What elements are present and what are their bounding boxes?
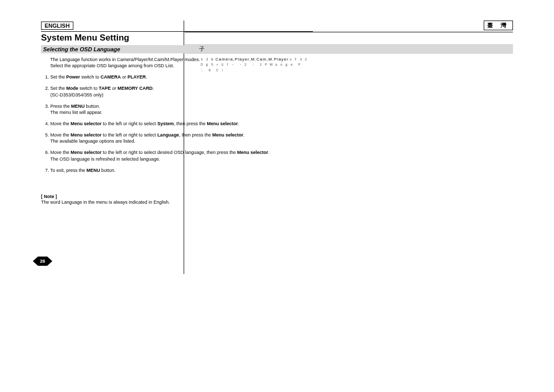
badge-arrow-right-icon xyxy=(47,257,52,266)
right-column: 臺 灣 子 ｂ３８Camera,Player,M.Cam,M.PlayerｏＦ３… xyxy=(185,21,513,371)
intro-line-1: The Language function works in Camera/Pl… xyxy=(50,57,200,62)
rule-top-right xyxy=(185,32,513,32)
manual-page: ENGLISH System Menu Setting Selecting th… xyxy=(0,0,554,392)
language-badge-english: ENGLISH xyxy=(41,22,73,30)
page-number: 26 xyxy=(38,257,47,266)
step-6-sub: The OSD language is refreshed in selecte… xyxy=(50,156,160,162)
right-line-3: ： ９ Ｃｉ xyxy=(200,68,513,73)
step-2-sub: (SC-D353/D354/355 only) xyxy=(50,92,104,97)
page-number-badge: 26 xyxy=(33,257,52,266)
step-3-sub: The menu list will appear. xyxy=(50,110,103,115)
language-badge-taiwan: 臺 灣 xyxy=(484,21,513,30)
badge-arrow-left-icon xyxy=(33,257,38,266)
right-title-placeholder xyxy=(185,33,513,42)
section-subhead-right: 子 xyxy=(185,44,513,54)
right-line-1: ｂ３８Camera,Player,M.Cam,M.PlayerｏＦ３Ｃ xyxy=(200,57,513,62)
right-line-2: Ｄｇ５＋Ｕｆ－ ・２ ： １ＰＭａｏｇｅ Ｐ xyxy=(200,62,513,68)
intro-line-2: Select the appropriate OSD language amon… xyxy=(50,63,174,68)
step-5-sub: The available language options are liste… xyxy=(50,139,135,144)
